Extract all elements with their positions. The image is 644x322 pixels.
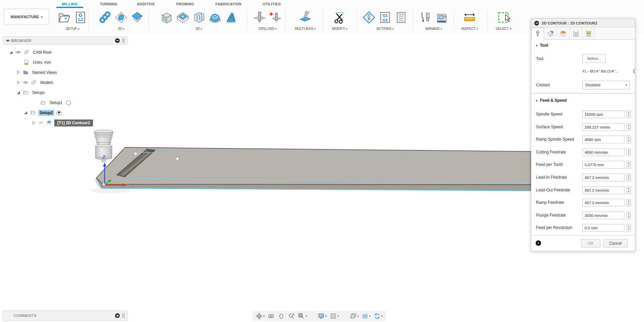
stepper-down-icon[interactable]: ▼ [627, 177, 631, 181]
ribbon-group-label[interactable]: SETUP ▾ [57, 27, 88, 31]
measure-icon[interactable] [463, 11, 476, 24]
viewports-button[interactable]: ▾ [350, 313, 359, 320]
feed-per-tooth-input[interactable]: 0.0775 mm [582, 161, 625, 169]
expand-arrow-icon[interactable] [16, 70, 20, 75]
info-icon[interactable]: i [536, 240, 541, 246]
zoom-button[interactable] [288, 313, 295, 320]
3d-contour-icon[interactable] [192, 11, 206, 24]
feed-per-tooth-stepper[interactable]: ▲▼ [627, 161, 631, 169]
dialog-header[interactable]: 2D CONTOUR : 2D CONTOUR2 [531, 19, 635, 28]
feed-speed-section-header[interactable]: ▼Feed & Speed [535, 98, 567, 103]
steps-button[interactable]: ▾ [362, 313, 371, 320]
gcode-g1g2-icon[interactable]: G1G2 [378, 11, 392, 24]
stepper-down-icon[interactable]: ▼ [627, 114, 631, 118]
cutting-feedrate-input[interactable]: 4650 mm/min [582, 148, 625, 156]
machine-library-icon[interactable] [435, 11, 448, 24]
tab-tool[interactable] [531, 28, 544, 40]
setup-sheet-icon[interactable] [394, 11, 408, 24]
hidden-eye-icon[interactable] [38, 120, 44, 126]
feed-per-revolution-input[interactable]: 0.2 mm [582, 224, 625, 232]
workspace-tab-fabrication[interactable]: FABRICATION [213, 0, 244, 8]
drill-add-icon[interactable] [269, 11, 282, 24]
tree-row-units[interactable]: Units: mm [3, 57, 127, 67]
refresh-button[interactable]: ▾ [374, 313, 383, 320]
hole-marker[interactable] [176, 157, 179, 160]
tree-row-named-views[interactable]: Named Views [3, 67, 127, 77]
3d-pocket-icon[interactable] [176, 11, 190, 24]
eye-icon[interactable] [15, 49, 21, 55]
tree-row-setup1[interactable]: Setup1 [3, 98, 127, 107]
post-process-icon[interactable] [362, 11, 376, 24]
active-setup-radio[interactable] [57, 110, 61, 115]
workspace-tab-milling[interactable]: MILLING [56, 0, 83, 8]
stepper-down-icon[interactable]: ▼ [627, 202, 631, 206]
stepper-down-icon[interactable]: ▼ [627, 190, 631, 194]
lead-out-feedrate-stepper[interactable]: ▲▼ [627, 186, 631, 194]
workspace-tab-additive[interactable]: ADDITIVE [133, 0, 159, 8]
look-at-button[interactable] [268, 313, 275, 320]
ribbon-group-label[interactable]: MULTI-AXIS ▾ [288, 27, 323, 31]
plus-circle-icon[interactable] [115, 313, 120, 318]
ribbon-group-label[interactable]: 2D ▾ [95, 27, 148, 31]
gcode-doc-icon[interactable]: G [74, 11, 87, 24]
ribbon-group-label[interactable]: 3D ▾ [152, 27, 246, 31]
stepper-down-icon[interactable]: ▼ [627, 152, 631, 156]
spindle-speed-stepper[interactable]: ▲▼ [627, 110, 631, 118]
multi-axis-icon[interactable] [299, 11, 312, 24]
surface-speed-input[interactable]: 299.237 m/min [582, 123, 625, 131]
ramp-spindle-speed-stepper[interactable]: ▲▼ [627, 136, 631, 143]
surface-speed-stepper[interactable]: ▲▼ [627, 123, 631, 131]
stepper-down-icon[interactable]: ▼ [627, 215, 631, 219]
stepper-down-icon[interactable]: ▼ [627, 127, 631, 131]
minus-circle-icon[interactable] [534, 21, 539, 26]
expand-arrow-icon[interactable] [16, 80, 20, 85]
fit-button[interactable]: ▾ [298, 313, 307, 320]
workspace-tab-probing[interactable]: PROBING [172, 0, 198, 8]
eye-icon[interactable] [23, 80, 29, 85]
plunge-feedrate-stepper[interactable]: ▲▼ [627, 212, 631, 219]
ribbon-group-label[interactable]: SELECT ▾ [489, 27, 518, 31]
tree-row-t1-2d-contour2[interactable]: [T1] 2D Contour2 [3, 118, 127, 128]
workspace-tab-turning[interactable]: TURNING [96, 0, 122, 8]
ramp-spindle-speed-input[interactable]: 4580 rpm [582, 136, 625, 143]
ok-button[interactable]: OK [581, 239, 600, 247]
ribbon-group-label[interactable]: DRILLING ▾ [251, 27, 284, 31]
3d-ramp-icon[interactable] [224, 11, 238, 24]
tab-passes[interactable] [570, 28, 582, 39]
tree-row-models[interactable]: Models [3, 78, 127, 87]
expand-arrow-icon[interactable] [32, 121, 36, 125]
setup-folder-icon[interactable] [58, 11, 71, 24]
pan-button[interactable] [278, 313, 285, 320]
tab-geometry[interactable] [544, 28, 557, 39]
tool-section-header[interactable]: ▼Tool [535, 43, 548, 48]
lead-in-feedrate-stepper[interactable]: ▲▼ [627, 174, 631, 181]
display-settings-button[interactable]: ▾ [318, 313, 327, 320]
ramp-feedrate-stepper[interactable]: ▲▼ [627, 199, 631, 206]
stock-plate[interactable] [91, 147, 531, 193]
tool-select-button[interactable]: Select... [582, 54, 606, 63]
feed-per-revolution-stepper[interactable]: ▲▼ [627, 224, 631, 232]
collapse-arrow-icon[interactable] [23, 110, 28, 115]
tab-linking[interactable] [582, 28, 595, 39]
trim-icon[interactable] [333, 11, 346, 24]
2d-pocket-icon[interactable] [114, 11, 128, 24]
panel-drag-handle[interactable] [122, 38, 124, 43]
lead-out-feedrate-input[interactable]: 457.2 mm/min [582, 186, 625, 194]
lead-in-feedrate-input[interactable]: 457.2 mm/min [582, 174, 625, 181]
tree-row-cam-root[interactable]: CAM Root [3, 47, 127, 57]
ribbon-group-label[interactable]: INSPECT ▾ [455, 27, 484, 31]
stepper-down-icon[interactable]: ▼ [627, 165, 631, 168]
stepper-down-icon[interactable]: ▼ [627, 228, 631, 231]
workspace-tab-utilities[interactable]: UTILITIES [258, 0, 285, 8]
3d-adaptive-icon[interactable] [160, 11, 173, 24]
grid-snaps-button[interactable]: ▾ [330, 313, 339, 320]
comments-bar[interactable]: COMMENTS [3, 311, 127, 321]
ramp-feedrate-input[interactable]: 457.2 mm/min [582, 199, 625, 206]
collapse-arrow-icon[interactable] [16, 90, 20, 95]
active-setup-radio[interactable] [66, 100, 71, 105]
stepper-down-icon[interactable]: ▼ [627, 139, 631, 143]
coolant-dropdown[interactable]: Disabled ▾ [582, 81, 630, 89]
ribbon-group-label[interactable]: MODIFY ▾ [324, 27, 356, 31]
drill-icon[interactable] [253, 11, 266, 24]
panel-drag-handle[interactable] [122, 313, 124, 318]
